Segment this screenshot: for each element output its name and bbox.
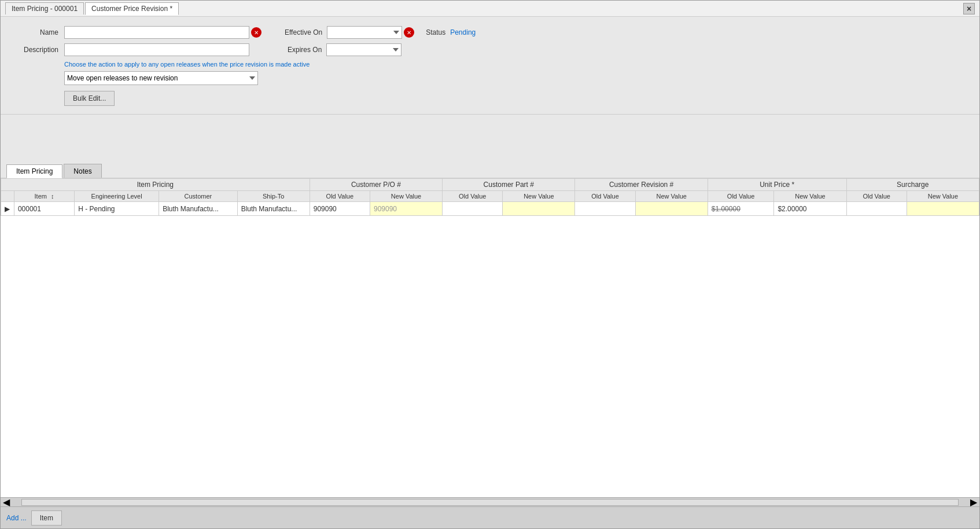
tab-notes[interactable]: Notes: [64, 164, 101, 178]
effective-on-group: Effective On: [285, 26, 414, 39]
scrollbar-track[interactable]: [21, 499, 959, 506]
expires-on-label: Expires On: [288, 46, 322, 54]
cpo-old-header: Old Value: [310, 191, 370, 202]
description-label: Description: [12, 46, 64, 54]
customer-cell[interactable]: Bluth Manufactu...: [159, 202, 238, 216]
hint-text: Choose the action to apply to any open r…: [64, 61, 968, 68]
action-select-row: Move open releases to new revision: [64, 71, 968, 85]
description-input[interactable]: [64, 43, 249, 56]
form-row-name: Name Effective On Status Pending: [12, 26, 968, 39]
expires-on-select[interactable]: [326, 43, 401, 56]
title-tab-item-pricing[interactable]: Item Pricing - 000001: [5, 2, 84, 14]
engineering-level-col-header[interactable]: Engineering Level: [75, 191, 159, 202]
up-old-cell[interactable]: $1.00000: [708, 202, 774, 216]
up-new-cell[interactable]: $2.00000: [774, 202, 846, 216]
expires-on-group: Expires On: [288, 43, 401, 56]
cp-old-cell[interactable]: [443, 202, 503, 216]
bottom-bar: Add ... Item: [1, 506, 979, 528]
surcharge-group-header: Surcharge: [846, 179, 979, 191]
unit-price-group-header: Unit Price *: [708, 179, 846, 191]
form-row-description: Description Expires On: [12, 43, 968, 56]
customer-po-group-header: Customer P/O #: [310, 179, 442, 191]
sur-new-header: New Value: [907, 191, 979, 202]
sur-new-cell[interactable]: [907, 202, 979, 216]
cpo-old-cell[interactable]: 909090: [310, 202, 370, 216]
cr-new-header: New Value: [635, 191, 708, 202]
cpo-new-header: New Value: [370, 191, 442, 202]
form-area: Name Effective On Status Pending Descrip…: [1, 17, 979, 115]
title-tab-customer-price-revision[interactable]: Customer Price Revision *: [85, 2, 179, 15]
form-spacer: [1, 115, 979, 161]
table-container[interactable]: Item Pricing Customer P/O # Customer Par…: [1, 178, 979, 497]
tabs-bar: Item Pricing Notes: [1, 161, 979, 178]
row-expand-icon[interactable]: ▶: [1, 202, 14, 216]
cr-old-header: Old Value: [575, 191, 635, 202]
customer-col-header[interactable]: Customer: [159, 191, 238, 202]
title-bar: Item Pricing - 000001 Customer Price Rev…: [1, 1, 979, 17]
tab-item-pricing[interactable]: Item Pricing: [6, 164, 62, 178]
cp-new-cell[interactable]: [503, 202, 575, 216]
sur-old-cell[interactable]: [846, 202, 907, 216]
item-pricing-table: Item Pricing Customer P/O # Customer Par…: [1, 178, 979, 216]
status-value: Pending: [450, 28, 476, 36]
item-col-header[interactable]: Item ↕: [14, 191, 74, 202]
sort-icon: ↕: [51, 193, 54, 200]
cr-new-cell[interactable]: [635, 202, 708, 216]
cr-old-cell[interactable]: [575, 202, 635, 216]
effective-on-label: Effective On: [285, 28, 322, 36]
table-row[interactable]: ▶ 000001 H - Pending Bluth Manufactu... …: [1, 202, 979, 216]
bulk-edit-button[interactable]: Bulk Edit...: [64, 91, 115, 106]
up-old-header: Old Value: [708, 191, 774, 202]
item-pricing-group-header: Item Pricing: [1, 179, 310, 191]
effective-on-clear-button[interactable]: [404, 27, 414, 38]
horizontal-scrollbar[interactable]: ◀ ▶: [1, 497, 979, 506]
item-cell[interactable]: 000001: [14, 202, 74, 216]
ship-to-col-header[interactable]: Ship-To: [237, 191, 310, 202]
ship-to-cell[interactable]: Bluth Manufactu...: [237, 202, 310, 216]
status-group: Status Pending: [426, 28, 476, 36]
up-new-header: New Value: [774, 191, 846, 202]
sur-old-header: Old Value: [846, 191, 907, 202]
cp-old-header: Old Value: [443, 191, 503, 202]
cp-new-header: New Value: [503, 191, 575, 202]
customer-part-group-header: Customer Part #: [443, 179, 575, 191]
expand-col-header: [1, 191, 14, 202]
name-label: Name: [12, 28, 64, 36]
close-button[interactable]: ×: [963, 3, 975, 14]
customer-revision-group-header: Customer Revision #: [575, 179, 708, 191]
effective-on-select[interactable]: [327, 26, 402, 39]
add-link[interactable]: Add ...: [6, 514, 27, 522]
status-label: Status: [426, 28, 445, 36]
name-input[interactable]: [64, 26, 249, 39]
name-clear-button[interactable]: [251, 27, 261, 38]
cpo-new-cell[interactable]: 909090: [370, 202, 442, 216]
main-window: Item Pricing - 000001 Customer Price Rev…: [0, 0, 980, 529]
action-select[interactable]: Move open releases to new revision: [64, 71, 258, 85]
item-button[interactable]: Item: [31, 510, 62, 526]
engineering-level-cell[interactable]: H - Pending: [75, 202, 159, 216]
